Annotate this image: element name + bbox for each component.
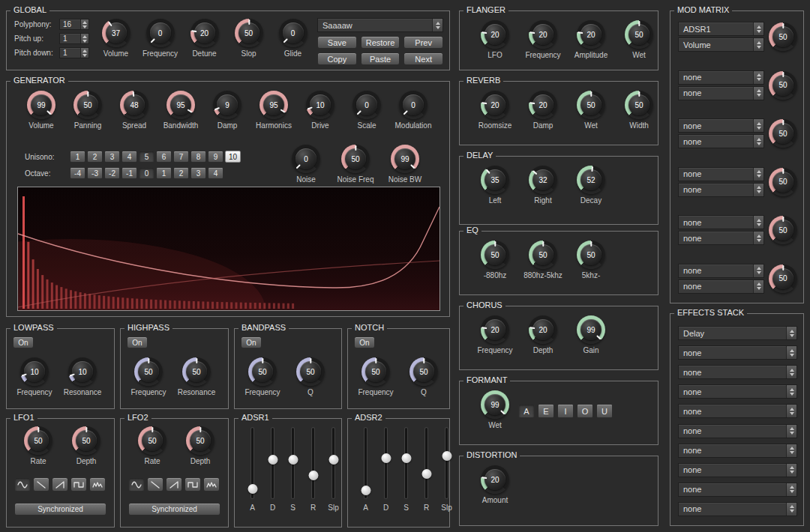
dropdown-stepper[interactable]: [753, 22, 764, 35]
lfo1-depth-knob[interactable]: 50: [72, 426, 100, 455]
unisono-button-2[interactable]: 2: [87, 151, 103, 163]
dropdown-stepper[interactable]: [80, 19, 88, 29]
mod-2-target-select[interactable]: none: [678, 86, 764, 100]
octave-button--2[interactable]: -2: [104, 167, 120, 179]
mod-3-target-select[interactable]: none: [678, 134, 764, 148]
effect-slot-8-select[interactable]: none: [678, 463, 797, 477]
mod-5-target-select[interactable]: none: [678, 231, 764, 245]
lfo1-wave-square-icon[interactable]: [70, 477, 87, 492]
gen-drive-knob[interactable]: 10: [306, 91, 334, 119]
chorus-depth-knob[interactable]: 20: [529, 315, 557, 344]
dropdown-stepper[interactable]: [80, 34, 88, 43]
paste-button[interactable]: Paste: [361, 52, 400, 65]
gen-noise-knob[interactable]: 0: [292, 145, 320, 173]
mod-3-amount-knob[interactable]: 50: [769, 119, 797, 148]
mod-6-amount-knob[interactable]: 50: [769, 265, 797, 293]
adsr1-a-slider[interactable]: [251, 428, 254, 498]
gen-panning-knob[interactable]: 50: [74, 91, 102, 119]
slider-handle[interactable]: [422, 469, 431, 479]
mod-5-source-select[interactable]: none: [678, 215, 764, 229]
global-glide-knob[interactable]: 0: [279, 19, 308, 47]
chorus-frequency-knob[interactable]: 20: [481, 315, 509, 344]
lfo1-wave-ramp-up-icon[interactable]: [52, 477, 68, 492]
dropdown-stepper[interactable]: [753, 216, 764, 229]
unisono-button-5[interactable]: 5: [139, 151, 154, 163]
dropdown-stepper[interactable]: [753, 38, 764, 51]
mod-3-source-select[interactable]: none: [678, 118, 764, 133]
octave-button--1[interactable]: -1: [122, 167, 137, 179]
mod-1-amount-knob[interactable]: 50: [769, 22, 797, 51]
adsr1-d-slider[interactable]: [272, 428, 274, 498]
lfo2-wave-noise-icon[interactable]: [203, 477, 220, 492]
gen-bandwidth-knob[interactable]: 95: [166, 91, 195, 119]
octave-button-2[interactable]: 2: [173, 167, 189, 179]
unisono-button-10[interactable]: 10: [225, 151, 241, 163]
slider-handle[interactable]: [248, 484, 257, 494]
effect-slot-4-select[interactable]: none: [678, 384, 797, 399]
slider-handle[interactable]: [361, 486, 370, 495]
effect-slot-9-select[interactable]: none: [678, 483, 797, 497]
vowel-button-A[interactable]: A: [518, 404, 535, 418]
slider-handle[interactable]: [308, 471, 318, 480]
mod-4-amount-knob[interactable]: 50: [769, 168, 797, 196]
notch-on-button[interactable]: On: [354, 336, 375, 348]
effect-slot-1-select[interactable]: Delay: [678, 326, 797, 340]
dropdown-stepper[interactable]: [753, 119, 764, 132]
lfo2-rate-knob[interactable]: 50: [138, 426, 166, 455]
dropdown-stepper[interactable]: [786, 464, 796, 477]
dropdown-stepper[interactable]: [786, 444, 796, 457]
dropdown-stepper[interactable]: [786, 385, 796, 398]
preset-stepper[interactable]: [432, 19, 442, 31]
highpass-on-button[interactable]: On: [127, 336, 148, 348]
notch-q-knob[interactable]: 50: [410, 357, 438, 386]
restore-button[interactable]: Restore: [361, 36, 400, 49]
delay-right-knob[interactable]: 32: [529, 166, 557, 194]
hp-frequency-knob[interactable]: 50: [134, 357, 163, 386]
vowel-button-E[interactable]: E: [538, 404, 554, 418]
vowel-button-O[interactable]: O: [577, 404, 593, 418]
adsr1-s-slider[interactable]: [292, 428, 294, 498]
lfo1-wave-saw-down-icon[interactable]: [33, 477, 50, 492]
adsr1-slp-slider[interactable]: [332, 428, 334, 498]
vowel-button-I[interactable]: I: [557, 404, 574, 418]
effect-slot-7-select[interactable]: none: [678, 444, 797, 458]
gen-scale-knob[interactable]: 0: [352, 91, 381, 119]
distortion-amount-knob[interactable]: 20: [481, 465, 509, 494]
unisono-button-8[interactable]: 8: [190, 151, 206, 163]
polyphony-stepper[interactable]: 16: [59, 19, 89, 30]
slider-handle[interactable]: [328, 455, 338, 465]
adsr2-r-slider[interactable]: [425, 428, 428, 498]
unisono-button-6[interactable]: 6: [156, 151, 172, 163]
adsr2-s-slider[interactable]: [405, 428, 407, 498]
lfo2-wave-sine-icon[interactable]: [128, 477, 145, 492]
hp-resonance-knob[interactable]: 50: [182, 357, 211, 386]
dropdown-stepper[interactable]: [753, 184, 764, 196]
lfo2-depth-knob[interactable]: 50: [186, 426, 214, 455]
adsr2-slp-slider[interactable]: [446, 428, 448, 498]
global-detune-knob[interactable]: 20: [190, 19, 219, 47]
slider-handle[interactable]: [268, 455, 278, 465]
reverb-wet-knob[interactable]: 50: [577, 91, 605, 119]
delay-left-knob[interactable]: 35: [481, 166, 509, 194]
effect-slot-5-select[interactable]: none: [678, 404, 797, 418]
pitch-down-stepper[interactable]: 1: [59, 47, 89, 58]
flanger-wet-knob[interactable]: 50: [625, 20, 653, 49]
flanger-amplitude-knob[interactable]: 20: [577, 20, 605, 49]
lfo2-sync-button[interactable]: Synchronized: [128, 503, 220, 516]
chorus-gain-knob[interactable]: 99: [577, 315, 605, 344]
lfo2-wave-saw-down-icon[interactable]: [147, 477, 164, 492]
dropdown-stepper[interactable]: [786, 405, 796, 417]
effect-slot-3-select[interactable]: none: [678, 365, 797, 379]
gen-modulation-knob[interactable]: 0: [399, 91, 428, 119]
save-button[interactable]: Save: [317, 36, 357, 49]
mod-5-amount-knob[interactable]: 50: [769, 216, 797, 244]
bp-frequency-knob[interactable]: 50: [248, 357, 277, 386]
unisono-button-4[interactable]: 4: [122, 151, 137, 163]
eq-mid-knob[interactable]: 50: [529, 241, 557, 269]
lfo2-wave-ramp-up-icon[interactable]: [166, 477, 182, 492]
dropdown-stepper[interactable]: [753, 168, 764, 181]
bandpass-on-button[interactable]: On: [241, 336, 262, 348]
eq-low-knob[interactable]: 50: [481, 241, 509, 269]
flanger-frequency-knob[interactable]: 20: [529, 20, 557, 49]
reverb-width-knob[interactable]: 50: [625, 91, 653, 119]
